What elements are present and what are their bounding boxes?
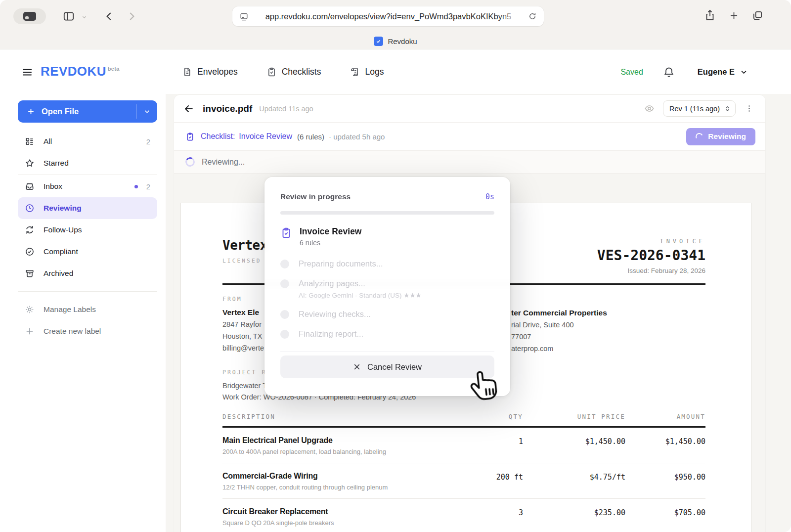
preview-eye-icon[interactable] xyxy=(644,103,655,114)
browser-chrome: app.revdoku.com/envelopes/view?id=env_Po… xyxy=(0,0,791,49)
checklist-updated: · updated 5h ago xyxy=(329,133,385,141)
sidebar-item-label: Create new label xyxy=(44,327,101,336)
reload-icon[interactable] xyxy=(528,12,537,21)
table-row: Main Electrical Panel Upgrade 200A to 40… xyxy=(222,428,705,463)
line-item-amount: $950.00 xyxy=(625,472,705,491)
new-tab-icon[interactable] xyxy=(729,10,739,21)
step-sub-label: AI: Google Gemini · Standard (US) ★★★ xyxy=(299,291,494,299)
browser-back-button[interactable] xyxy=(103,10,116,23)
nav-envelopes[interactable]: Envelopes xyxy=(182,67,238,77)
cancel-review-button[interactable]: Cancel Review xyxy=(280,355,494,378)
vendor-tagline: LICENSED C xyxy=(222,258,271,264)
step-label: Finalizing report... xyxy=(299,329,363,339)
kebab-menu-icon[interactable] xyxy=(744,104,754,113)
app-header: REVDOKUbeta Envelopes Checklists Logs xyxy=(0,50,791,94)
sidebar: Open File All 2 Starred xyxy=(0,94,166,532)
reviewing-status-label: Reviewing... xyxy=(202,158,245,167)
sidebar-item-create-label[interactable]: Create new label xyxy=(18,320,157,342)
nav-label: Envelopes xyxy=(197,67,238,77)
sidebar-item-label: Inbox xyxy=(44,182,62,191)
active-tab[interactable]: Revdoku xyxy=(0,33,791,49)
inbox-icon xyxy=(25,181,35,191)
sidebar-item-manage-labels[interactable]: Manage Labels xyxy=(18,299,157,320)
save-status: Saved xyxy=(620,68,643,77)
line-item-title: Commercial-Grade Wiring xyxy=(222,472,459,481)
sidebar-item-label: Starred xyxy=(44,159,69,168)
nav-logs[interactable]: Logs xyxy=(350,67,384,77)
sidebar-toggle-button[interactable] xyxy=(62,10,75,23)
reviewing-status-button[interactable]: Reviewing xyxy=(686,128,755,145)
line-item-unit: $4.75/ft xyxy=(523,472,625,491)
step-bullet-icon xyxy=(280,310,289,319)
to-line: aterprop.com xyxy=(511,345,607,353)
step-finalizing: Finalizing report... xyxy=(280,329,494,339)
invoice-number: VES-2026-0341 xyxy=(597,247,705,264)
stepper-icon xyxy=(724,105,731,112)
modal-checklist-rules: 6 rules xyxy=(300,239,361,247)
table-row: Circuit Breaker Replacement Square D QO … xyxy=(222,499,705,532)
line-item-qty: 1 xyxy=(459,436,523,455)
close-icon xyxy=(353,363,361,371)
revdoku-favicon-icon xyxy=(374,37,383,46)
bell-icon[interactable] xyxy=(663,66,675,78)
scroll-icon xyxy=(350,67,360,77)
open-file-button[interactable]: Open File xyxy=(18,100,157,123)
revision-selector[interactable]: Rev 1 (11s ago) xyxy=(663,100,736,117)
beta-badge: beta xyxy=(108,66,120,72)
document-actions: Rev 1 (11s ago) xyxy=(644,100,754,117)
star-icon xyxy=(25,158,35,168)
sidebar-item-compliant[interactable]: Compliant xyxy=(18,241,157,263)
user-menu[interactable]: Eugene E xyxy=(698,67,747,77)
item-count: 2 xyxy=(146,182,150,191)
invoice-table: DESCRIPTION QTY UNIT PRICE AMOUNT Main E… xyxy=(222,413,705,532)
vendor-block: Vertex LICENSED C xyxy=(222,238,271,264)
sidebar-chevron-icon[interactable] xyxy=(82,14,87,20)
sidebar-list: All 2 Starred Inbox 2 xyxy=(18,131,157,342)
checklist-name-link[interactable]: Invoice Review xyxy=(239,132,292,141)
header-right: Saved Eugene E xyxy=(620,50,747,94)
progress-steps: Preparing documents... Analyzing pages..… xyxy=(280,259,494,339)
step-preparing: Preparing documents... xyxy=(280,259,494,268)
hand-cursor xyxy=(467,366,503,408)
line-item-amount: $1,450.00 xyxy=(625,436,705,455)
line-item-sub: 12/2 THHN copper, conduit routing throug… xyxy=(222,484,459,491)
browser-forward-button[interactable] xyxy=(125,10,138,23)
invoice-meta: INVOICE VES-2026-0341 Issued: February 2… xyxy=(597,238,705,274)
url-text[interactable]: app.revdoku.com/envelopes/view?id=env_Po… xyxy=(249,12,528,21)
plus-icon xyxy=(27,107,35,116)
clipboard-icon xyxy=(266,67,277,77)
col-amount: AMOUNT xyxy=(625,413,705,420)
step-reviewing-checks: Reviewing checks... xyxy=(280,310,494,319)
to-line: rial Drive, Suite 400 xyxy=(511,321,607,329)
progress-bar xyxy=(280,211,494,215)
share-icon[interactable] xyxy=(704,9,716,22)
nav-label: Checklists xyxy=(282,67,321,77)
open-file-dropdown[interactable] xyxy=(137,108,157,115)
line-item-amount: $705.00 xyxy=(625,507,705,527)
document-title: invoice.pdf xyxy=(203,103,252,114)
nav-label: Logs xyxy=(365,67,384,77)
sidebar-item-inbox[interactable]: Inbox 2 xyxy=(18,176,157,197)
tab-overview-button[interactable] xyxy=(13,8,46,24)
divider xyxy=(280,352,494,352)
cancel-review-label: Cancel Review xyxy=(367,362,422,372)
sidebar-item-starred[interactable]: Starred xyxy=(18,152,157,174)
sidebar-item-reviewing[interactable]: Reviewing xyxy=(18,197,157,219)
open-file-main[interactable]: Open File xyxy=(18,107,136,116)
tabs-overview-icon[interactable] xyxy=(752,10,763,21)
logo[interactable]: REVDOKUbeta xyxy=(41,64,120,79)
sidebar-item-all[interactable]: All 2 xyxy=(18,131,157,152)
modal-header: Review in progress 0s xyxy=(280,192,494,201)
back-arrow-icon[interactable] xyxy=(183,103,194,114)
nav-checklists[interactable]: Checklists xyxy=(266,67,321,77)
check-circle-icon xyxy=(25,247,35,257)
checklist-bar: Checklist: Invoice Review (6 rules) · up… xyxy=(174,123,765,151)
sidebar-item-archived[interactable]: Archived xyxy=(18,263,157,284)
sidebar-item-follow-ups[interactable]: Follow-Ups xyxy=(18,219,157,241)
step-bullet-icon xyxy=(280,279,289,288)
address-bar[interactable]: app.revdoku.com/envelopes/view?id=env_Po… xyxy=(232,6,544,26)
clipboard-check-icon xyxy=(280,227,292,239)
step-bullet-icon xyxy=(280,330,289,339)
plus-icon xyxy=(25,326,35,336)
hamburger-menu-icon[interactable] xyxy=(21,66,34,78)
